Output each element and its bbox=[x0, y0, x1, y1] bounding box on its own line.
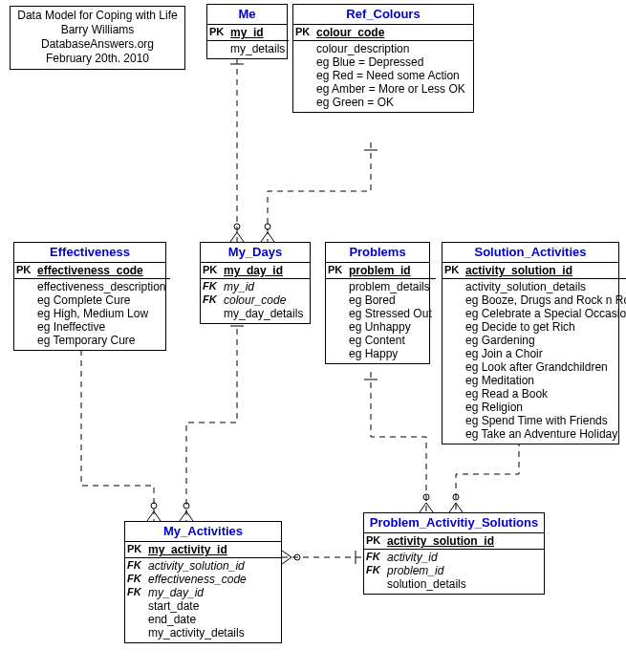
entity-solution-activities: Solution_Activities PK activity_solution… bbox=[442, 242, 619, 444]
svg-point-14 bbox=[453, 494, 459, 500]
svg-point-10 bbox=[265, 224, 270, 229]
svg-point-9 bbox=[234, 224, 240, 229]
diagram-caption: Data Model for Coping with Life Barry Wi… bbox=[10, 6, 185, 70]
entity-ref-colours: Ref_Colours PK colour_code colour_descri… bbox=[292, 4, 474, 113]
entity-title: My_Activities bbox=[125, 522, 281, 542]
entity-title: Solution_Activities bbox=[443, 243, 618, 263]
svg-point-15 bbox=[294, 554, 300, 560]
entity-problems: Problems PK problem_id problem_details e… bbox=[325, 242, 430, 364]
entity-title: My_Days bbox=[201, 243, 310, 263]
entity-title: Ref_Colours bbox=[293, 5, 473, 25]
entity-title: Effectiveness bbox=[14, 243, 165, 263]
diagram-title: Data Model for Coping with Life bbox=[16, 9, 179, 23]
svg-point-13 bbox=[423, 494, 429, 500]
svg-point-11 bbox=[151, 503, 157, 509]
entity-my-days: My_Days PK my_day_id FK my_id FK colour_… bbox=[200, 242, 311, 324]
entity-title: Problem_Activitiy_Solutions bbox=[364, 513, 544, 533]
entity-my-activities: My_Activities PK my_activity_id FK activ… bbox=[124, 521, 282, 643]
diagram-source: DatabaseAnswers.org bbox=[16, 37, 179, 52]
entity-title: Problems bbox=[326, 243, 429, 263]
entity-problem-activity-solutions: Problem_Activitiy_Solutions PK activity_… bbox=[363, 512, 545, 595]
entity-me: Me PK my_id my_details bbox=[206, 4, 288, 59]
diagram-author: Barry Williams bbox=[16, 23, 179, 37]
erd-stage: Data Model for Coping with Life Barry Wi… bbox=[0, 0, 626, 672]
diagram-date: February 20th. 2010 bbox=[16, 52, 179, 66]
entity-title: Me bbox=[207, 5, 287, 25]
entity-effectiveness: Effectiveness PK effectiveness_code effe… bbox=[13, 242, 166, 351]
svg-point-12 bbox=[183, 503, 189, 509]
